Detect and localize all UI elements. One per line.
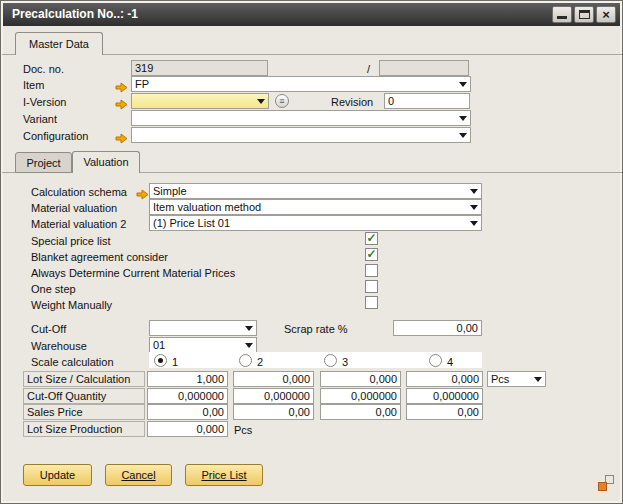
doc-no-separator: / <box>367 62 370 76</box>
doc-no-label: Doc. no. <box>23 62 64 76</box>
lot-size-field-4[interactable]: 0,000 <box>406 371 483 387</box>
weight-manually-checkbox[interactable] <box>365 296 378 309</box>
blanket-agreement-label: Blanket agreement consider <box>31 250 168 264</box>
cut-off-combo[interactable] <box>149 320 257 336</box>
calculation-schema-dropdown-icon[interactable] <box>470 189 478 194</box>
lot-size-unit-value: Pcs <box>491 373 509 385</box>
warehouse-value: 01 <box>153 339 165 351</box>
always-determine-prices-label: Always Determine Current Material Prices <box>31 266 235 280</box>
sales-price-field-4[interactable]: 0,00 <box>406 404 483 420</box>
blanket-agreement-checkbox[interactable]: ✓ <box>365 248 378 261</box>
scrap-rate-label: Scrap rate % <box>284 322 348 336</box>
revision-field[interactable]: 0 <box>384 93 470 109</box>
material-valuation-2-combo[interactable]: (1) Price List 01 <box>149 215 482 231</box>
scale-radio-1[interactable] <box>154 354 167 367</box>
sales-price-field-1[interactable]: 0,00 <box>147 404 228 420</box>
i-version-combo[interactable] <box>131 93 269 109</box>
sales-price-label: Sales Price <box>23 404 145 420</box>
choose-from-list-icon[interactable]: ≡ <box>275 94 289 108</box>
special-price-list-label: Special price list <box>31 234 110 248</box>
expand-form-icon[interactable] <box>598 475 614 491</box>
cut-off-qty-field-3[interactable]: 0,000000 <box>320 388 401 404</box>
cut-off-qty-field-2[interactable]: 0,000000 <box>233 388 314 404</box>
maximize-button[interactable] <box>574 6 594 23</box>
doc-no-field: 319 <box>131 60 268 76</box>
item-combo[interactable]: FP <box>131 76 471 92</box>
calculation-schema-label: Calculation schema <box>31 185 127 199</box>
variant-dropdown-icon[interactable] <box>459 116 467 121</box>
lot-size-production-label: Lot Size Production <box>23 421 145 437</box>
scale-radio-4[interactable] <box>429 354 442 367</box>
precalculation-window: Precalculation No..: -1 × Master Data Do… <box>0 0 623 504</box>
update-button[interactable]: Update <box>23 464 92 486</box>
scale-radio-3[interactable] <box>324 354 337 367</box>
scale-radio-1-label: 1 <box>172 355 178 369</box>
warehouse-dropdown-icon[interactable] <box>245 343 253 348</box>
i-version-link-arrow-icon[interactable] <box>115 96 128 107</box>
tab-master-data[interactable]: Master Data <box>15 32 103 55</box>
sales-price-field-3[interactable]: 0,00 <box>320 404 401 420</box>
sales-price-field-2[interactable]: 0,00 <box>233 404 314 420</box>
item-link-arrow-icon[interactable] <box>115 79 128 90</box>
lot-size-production-unit: Pcs <box>234 423 252 437</box>
scrap-rate-field[interactable]: 0,00 <box>393 320 482 336</box>
calculation-schema-combo[interactable]: Simple <box>149 183 482 199</box>
item-label: Item <box>23 78 44 92</box>
material-valuation-2-dropdown-icon[interactable] <box>470 221 478 226</box>
material-valuation-dropdown-icon[interactable] <box>470 205 478 210</box>
minimize-button[interactable] <box>552 6 572 23</box>
cut-off-qty-field-1[interactable]: 0,000000 <box>147 388 228 404</box>
expand-form-icon-front <box>598 482 607 491</box>
one-step-label: One step <box>31 282 76 296</box>
price-list-button[interactable]: Price List <box>185 464 263 486</box>
material-valuation-2-label: Material valuation 2 <box>31 217 126 231</box>
revision-label: Revision <box>331 95 373 109</box>
cut-off-dropdown-icon[interactable] <box>245 326 253 331</box>
lot-size-field-1[interactable]: 1,000 <box>147 371 228 387</box>
warehouse-label: Warehouse <box>31 339 87 353</box>
configuration-label: Configuration <box>23 129 88 143</box>
lot-size-production-field[interactable]: 0,000 <box>147 421 228 437</box>
item-value: FP <box>135 78 149 90</box>
cut-off-quantity-label: Cut-Off Quantity <box>23 388 145 404</box>
lot-size-unit-dropdown-icon[interactable] <box>534 377 542 382</box>
scale-calculation-label: Scale calculation <box>31 355 114 369</box>
price-list-button-label: Price List <box>201 469 246 481</box>
configuration-link-arrow-icon[interactable] <box>115 130 128 141</box>
i-version-dropdown-icon[interactable] <box>257 99 265 104</box>
configuration-combo[interactable] <box>131 127 471 143</box>
variant-combo[interactable] <box>131 110 471 126</box>
always-determine-prices-checkbox[interactable] <box>365 264 378 277</box>
lot-size-calculation-label: Lot Size / Calculation <box>23 371 145 387</box>
lot-size-field-3[interactable]: 0,000 <box>320 371 401 387</box>
close-button[interactable]: × <box>596 6 616 23</box>
window-title: Precalculation No..: -1 <box>12 7 138 21</box>
calculation-schema-value: Simple <box>153 185 187 197</box>
maximize-icon <box>579 10 590 19</box>
cancel-button[interactable]: Cancel <box>105 464 172 486</box>
material-valuation-combo[interactable]: Item valuation method <box>149 199 482 215</box>
scale-radio-3-label: 3 <box>342 355 348 369</box>
lot-size-unit-combo[interactable]: Pcs <box>487 371 546 387</box>
configuration-dropdown-icon[interactable] <box>459 133 467 138</box>
variant-label: Variant <box>23 112 57 126</box>
tab-valuation[interactable]: Valuation <box>72 151 140 173</box>
minimize-icon <box>557 16 567 19</box>
cut-off-qty-field-4[interactable]: 0,000000 <box>406 388 483 404</box>
warehouse-combo[interactable]: 01 <box>149 337 257 353</box>
one-step-checkbox[interactable] <box>365 280 378 293</box>
weight-manually-label: Weight Manually <box>31 298 112 312</box>
item-dropdown-icon[interactable] <box>459 82 467 87</box>
material-valuation-value: Item valuation method <box>153 201 261 213</box>
cancel-button-label: Cancel <box>121 469 155 481</box>
calculation-schema-link-arrow-icon[interactable] <box>136 186 149 197</box>
material-valuation-label: Material valuation <box>31 201 117 215</box>
tab-project[interactable]: Project <box>15 152 72 173</box>
cut-off-label: Cut-Off <box>31 322 66 336</box>
doc-no-field-2 <box>379 60 469 76</box>
scale-radio-2[interactable] <box>239 354 252 367</box>
special-price-list-checkbox[interactable]: ✓ <box>365 232 378 245</box>
i-version-label: I-Version <box>23 95 66 109</box>
titlebar[interactable]: Precalculation No..: -1 × <box>3 3 620 26</box>
lot-size-field-2[interactable]: 0,000 <box>233 371 314 387</box>
